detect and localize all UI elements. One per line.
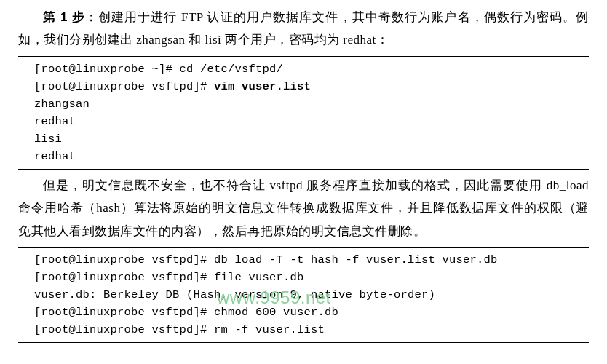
code-line: [root@linuxprobe ~]# cd /etc/vsftpd/ (34, 60, 589, 78)
command: cd /etc/vsftpd/ (180, 63, 284, 76)
code-line: redhat (34, 113, 589, 130)
command: vim vuser.list (214, 80, 311, 93)
code-line: [root@linuxprobe vsftpd]# file vuser.db (34, 269, 589, 286)
code-line: lisi (34, 130, 589, 148)
prompt: [root@linuxprobe vsftpd]# (34, 306, 214, 319)
command: redhat (34, 150, 76, 163)
prompt: [root@linuxprobe vsftpd]# (34, 323, 214, 336)
paragraph-2: 但是，明文信息既不安全，也不符合让 vsftpd 服务程序直接加载的格式，因此需… (18, 174, 589, 242)
prompt: [root@linuxprobe ~]# (34, 63, 180, 76)
prompt: [root@linuxprobe vsftpd]# (34, 271, 214, 284)
command: zhangsan (34, 98, 90, 111)
command: file vuser.db (214, 271, 304, 284)
command: lisi (34, 132, 62, 146)
code-line: redhat (34, 148, 589, 165)
code-line: [root@linuxprobe vsftpd]# db_load -T -t … (34, 251, 589, 269)
step-label: 第 1 步： (43, 10, 98, 24)
paragraph-step1: 第 1 步：创建用于进行 FTP 认证的用户数据库文件，其中奇数行为账户名，偶数… (18, 6, 589, 52)
code-line: [root@linuxprobe vsftpd]# vim vuser.list (34, 78, 589, 95)
command: vuser.db: Berkeley DB (Hash, version 9, … (34, 288, 435, 301)
para2-text: 但是，明文信息既不安全，也不符合让 vsftpd 服务程序直接加载的格式，因此需… (18, 178, 589, 238)
prompt: [root@linuxprobe vsftpd]# (34, 80, 214, 93)
code-line: [root@linuxprobe vsftpd]# chmod 600 vuse… (34, 304, 589, 321)
prompt: [root@linuxprobe vsftpd]# (34, 253, 214, 266)
code-line: [root@linuxprobe vsftpd]# rm -f vuser.li… (34, 321, 589, 339)
command: chmod 600 vuser.db (214, 306, 338, 319)
step1-text: 创建用于进行 FTP 认证的用户数据库文件，其中奇数行为账户名，偶数行为密码。例… (18, 10, 589, 47)
command: db_load -T -t hash -f vuser.list vuser.d… (214, 253, 498, 266)
command: rm -f vuser.list (214, 323, 325, 336)
code-line: zhangsan (34, 95, 589, 113)
code-block-2: [root@linuxprobe vsftpd]# db_load -T -t … (18, 247, 589, 343)
code-line: vuser.db: Berkeley DB (Hash, version 9, … (34, 286, 589, 304)
code-block-1: [root@linuxprobe ~]# cd /etc/vsftpd/[roo… (18, 56, 589, 170)
command: redhat (34, 115, 76, 128)
